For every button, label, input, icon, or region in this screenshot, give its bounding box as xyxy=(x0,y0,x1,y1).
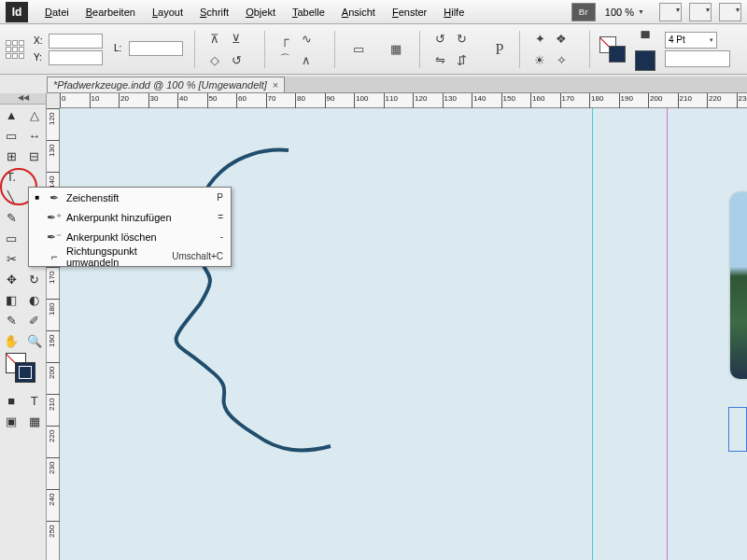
convert-point-icon: ⌐ xyxy=(46,250,63,263)
menu-hilfe[interactable]: Hilfe xyxy=(436,3,472,21)
apply-color[interactable]: ■ xyxy=(0,390,23,411)
fx4-icon[interactable]: ✧ xyxy=(551,49,571,70)
rotate-cw-icon[interactable]: ↻ xyxy=(451,28,472,49)
effects-cluster: ✦ ❖ ☀ ✧ xyxy=(529,28,580,70)
apply-text[interactable]: T xyxy=(23,390,47,411)
hand-tool[interactable]: ✋ xyxy=(0,330,23,351)
fill-stroke-toolbox[interactable] xyxy=(0,351,46,390)
close-icon[interactable]: ◇ xyxy=(204,49,225,70)
gap-tool[interactable]: ↔ xyxy=(23,125,47,146)
menu-objekt[interactable]: Objekt xyxy=(238,3,283,21)
zoom-tool[interactable]: 🔍 xyxy=(23,330,47,351)
pen-plus-icon: ✒⁺ xyxy=(46,211,63,224)
menubar: Id Datei Bearbeiten Layout Schrift Objek… xyxy=(0,0,747,24)
flip-h-icon[interactable]: ⇋ xyxy=(430,49,450,70)
menu-schrift[interactable]: Schrift xyxy=(192,3,236,21)
doc-tab-row: *Pfadwerkzeuge.indd @ 100 % [Umgewandelt… xyxy=(47,77,747,93)
stroke-style[interactable] xyxy=(665,50,730,67)
note-tool[interactable]: ✎ xyxy=(0,310,23,330)
type-tool[interactable]: T. xyxy=(0,166,46,187)
rect-tool[interactable]: ▭ xyxy=(0,228,23,248)
y-label: Y: xyxy=(34,52,47,63)
bridge-button[interactable]: Br xyxy=(571,3,596,21)
open-icon[interactable]: ⊻ xyxy=(226,28,247,49)
menu-fenster[interactable]: Fenster xyxy=(385,3,434,21)
menu-layout[interactable]: Layout xyxy=(145,3,190,21)
reference-point[interactable] xyxy=(6,40,24,59)
workspace-dropdown[interactable] xyxy=(719,3,741,21)
pencil-tool[interactable]: ✎ xyxy=(0,207,23,228)
eyedropper-tool[interactable]: ✐ xyxy=(23,310,47,330)
join-icon[interactable]: ⊼ xyxy=(204,28,225,49)
menu-tabelle[interactable]: Tabelle xyxy=(285,3,332,21)
reverse-icon[interactable]: ↺ xyxy=(226,49,247,70)
flyout-anker-loeschen[interactable]: ✒⁻ Ankerpunkt löschen - xyxy=(29,227,231,246)
l-input[interactable] xyxy=(129,41,183,56)
corner-icon[interactable]: ┌ xyxy=(275,28,295,49)
cusp-icon[interactable]: ∧ xyxy=(296,49,317,70)
rotate-ccw-icon[interactable]: ↺ xyxy=(430,28,450,49)
rotate-tool[interactable]: ↻ xyxy=(23,269,47,289)
fx1-icon[interactable]: ✦ xyxy=(529,28,550,49)
zoom-level[interactable]: 100 %▼ xyxy=(605,7,644,18)
direct-select-tool[interactable]: △ xyxy=(23,105,47,125)
canvas[interactable] xyxy=(60,108,747,560)
doc-tab[interactable]: *Pfadwerkzeuge.indd @ 100 % [Umgewandelt… xyxy=(47,77,285,92)
ruler-vertical[interactable]: 1201301401501601701801902002102202302402… xyxy=(47,108,60,560)
selection-frame[interactable] xyxy=(728,407,747,452)
y-input[interactable] xyxy=(49,50,103,65)
pen-icon: ✒ xyxy=(46,191,63,204)
selection-tool[interactable]: ▲ xyxy=(0,105,23,125)
x-label: X: xyxy=(34,35,47,46)
content-tool[interactable]: ⊞ xyxy=(0,146,23,166)
doc-tab-title: *Pfadwerkzeuge.indd @ 100 % [Umgewandelt… xyxy=(53,79,267,91)
smooth-icon[interactable]: ∿ xyxy=(296,28,317,49)
toolbox-collapse[interactable]: ◀◀ xyxy=(0,93,46,105)
xy-fields: X: Y: xyxy=(34,34,105,65)
control-bar: X: Y: L: ⊼ ⊻ ◇ ↺ ┌ ∿ ⌒ ∧ ▭ ▦ ↺ ↻ ⇋ ⇵ P ✦… xyxy=(0,24,747,75)
pen-minus-icon: ✒⁻ xyxy=(46,231,63,244)
menu-bearbeiten[interactable]: Bearbeiten xyxy=(78,3,143,21)
p-icon[interactable]: P xyxy=(489,39,510,60)
container-icon[interactable]: ▭ xyxy=(345,39,373,60)
menu-ansicht[interactable]: Ansicht xyxy=(334,3,383,21)
align-cluster: ↺ ↻ ⇋ ⇵ xyxy=(430,28,480,70)
toolbox: ◀◀ ▲ △ ▭ ↔ ⊞ ⊟ T. ╲ ✒ ✎ ⊠ ▭ ✂ ✥ ↻ ◧ ◐ ✎ … xyxy=(0,93,47,560)
stroke-align2-icon[interactable] xyxy=(635,50,655,71)
page-tool[interactable]: ▭ xyxy=(0,125,23,146)
gradient-feather-tool[interactable]: ◐ xyxy=(23,289,47,310)
view-mode-normal[interactable]: ▣ xyxy=(0,411,23,431)
sym-icon[interactable]: ⌒ xyxy=(275,49,295,70)
app-logo: Id xyxy=(6,2,28,22)
l-field: L: xyxy=(114,41,185,58)
line-tool[interactable]: ╲ xyxy=(0,187,23,207)
flip-v-icon[interactable]: ⇵ xyxy=(451,49,472,70)
l-label: L: xyxy=(114,43,127,53)
arrange-dropdown[interactable] xyxy=(689,3,712,21)
drawn-path[interactable] xyxy=(60,108,747,560)
stroke-align-icon[interactable]: ▀ xyxy=(635,28,655,49)
convert-cluster: ┌ ∿ ⌒ ∧ xyxy=(275,28,325,70)
flyout-anker-hinzu[interactable]: ✒⁺ Ankerpunkt hinzufügen = xyxy=(29,207,231,227)
fill-stroke-swatch[interactable] xyxy=(599,36,626,63)
pathop-cluster: ⊼ ⊻ ◇ ↺ xyxy=(204,28,255,70)
close-tab-icon[interactable]: × xyxy=(273,79,278,91)
content-place-tool[interactable]: ⊟ xyxy=(23,146,47,166)
gradient-swatch-tool[interactable]: ◧ xyxy=(0,289,23,310)
fx2-icon[interactable]: ❖ xyxy=(551,28,571,49)
content-icon[interactable]: ▦ xyxy=(382,39,410,60)
flyout-richtungspunkt[interactable]: ⌐ Richtungspunkt umwandeln Umschalt+C xyxy=(29,246,231,266)
pen-tool-flyout: ■ ✒ Zeichenstift P ✒⁺ Ankerpunkt hinzufü… xyxy=(28,187,232,267)
fx3-icon[interactable]: ☀ xyxy=(529,49,550,70)
flyout-zeichenstift[interactable]: ■ ✒ Zeichenstift P xyxy=(29,188,231,207)
x-input[interactable] xyxy=(49,34,103,49)
stroke-weight[interactable]: 4 Pt▾ xyxy=(665,32,717,49)
menu-datei[interactable]: Datei xyxy=(37,3,77,21)
screen-mode-dropdown[interactable] xyxy=(659,3,682,21)
placed-image[interactable] xyxy=(730,192,747,379)
view-mode-preview[interactable]: ▦ xyxy=(23,411,47,431)
free-transform-tool[interactable]: ✥ xyxy=(0,269,23,289)
ruler-horizontal[interactable]: 0102030405060708090100110120130140150160… xyxy=(60,93,747,108)
